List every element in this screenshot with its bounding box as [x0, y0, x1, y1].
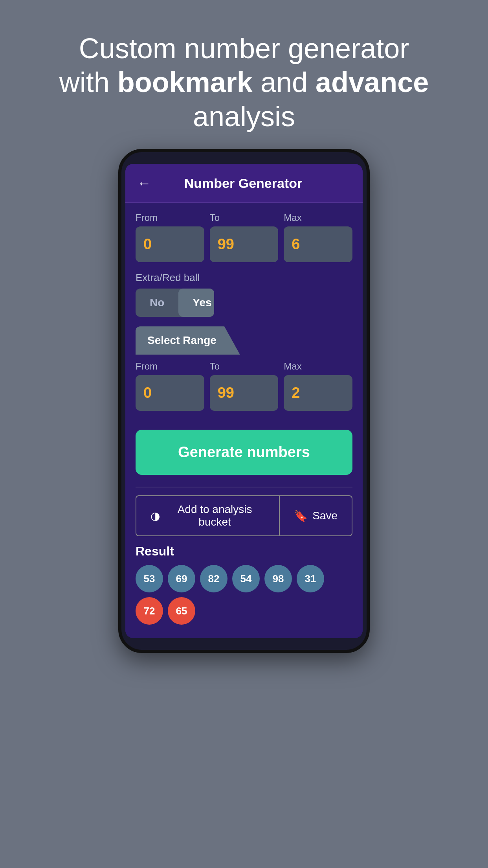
main-input-row: From To Max [136, 212, 352, 262]
extra-ball-section: Extra/Red ball No Yes [136, 272, 352, 317]
analysis-label: Add to analysis bucket [165, 503, 265, 528]
action-bar: ◑ Add to analysis bucket 🔖 Save [136, 495, 352, 536]
from-group: From [136, 212, 204, 262]
ball-4: 54 [232, 565, 260, 592]
to-group: To [210, 212, 279, 262]
divider [136, 487, 352, 487]
range-section: Select Range From To Max [136, 326, 352, 411]
to-label: To [210, 212, 279, 223]
save-button[interactable]: 🔖 Save [279, 495, 352, 536]
result-balls: 53 69 82 54 98 31 72 65 [136, 565, 352, 625]
ball-6: 31 [297, 565, 324, 592]
range-max-label: Max [284, 361, 352, 372]
max-group: Max [284, 212, 352, 262]
ball-8: 65 [168, 597, 195, 625]
app-content: From To Max Extra/Red ball No Yes [125, 203, 363, 638]
range-to-label: To [210, 361, 279, 372]
range-from-group: From [136, 361, 204, 411]
select-range-tab[interactable]: Select Range [136, 326, 240, 355]
range-max-group: Max [284, 361, 352, 411]
heading-advance: advance [316, 66, 429, 98]
app-header: ← Number Generator [125, 164, 363, 203]
phone-device: ← Number Generator From To Max [118, 149, 370, 653]
result-label: Result [136, 544, 352, 559]
range-to-group: To [210, 361, 279, 411]
range-from-input[interactable] [136, 375, 204, 411]
range-to-input[interactable] [210, 375, 279, 411]
ball-5: 98 [264, 565, 292, 592]
to-input[interactable] [210, 226, 279, 262]
toggle-no[interactable]: No [136, 289, 178, 317]
result-section: Result 53 69 82 54 98 31 72 65 [136, 544, 352, 629]
from-label: From [136, 212, 204, 223]
heading-line1: Custom number generator [79, 33, 409, 64]
from-input[interactable] [136, 226, 204, 262]
max-label: Max [284, 212, 352, 223]
heading-line2-part1: with [59, 66, 117, 98]
max-input[interactable] [284, 226, 352, 262]
main-heading: Custom number generator with bookmark an… [24, 31, 464, 133]
heading-and: and [253, 66, 316, 98]
range-max-input[interactable] [284, 375, 352, 411]
app-title: Number Generator [184, 176, 302, 191]
generate-button[interactable]: Generate numbers [136, 430, 352, 475]
heading-line3: analysis [193, 101, 295, 132]
bookmark-icon: 🔖 [294, 509, 308, 522]
ball-7: 72 [136, 597, 163, 625]
range-from-label: From [136, 361, 204, 372]
phone-screen: ← Number Generator From To Max [125, 164, 363, 638]
ball-1: 53 [136, 565, 163, 592]
add-to-analysis-button[interactable]: ◑ Add to analysis bucket [136, 495, 279, 536]
toggle-yes[interactable]: Yes [178, 289, 214, 317]
extra-ball-label: Extra/Red ball [136, 272, 352, 284]
ball-2: 69 [168, 565, 195, 592]
analysis-icon: ◑ [150, 509, 160, 522]
page-header: Custom number generator with bookmark an… [0, 0, 488, 149]
save-label: Save [312, 509, 338, 522]
range-input-row: From To Max [136, 361, 352, 411]
range-inputs: From To Max [136, 355, 352, 411]
back-button[interactable]: ← [137, 175, 151, 191]
toggle-container[interactable]: No Yes [136, 289, 214, 317]
ball-3: 82 [200, 565, 227, 592]
heading-bookmark: bookmark [117, 66, 253, 98]
